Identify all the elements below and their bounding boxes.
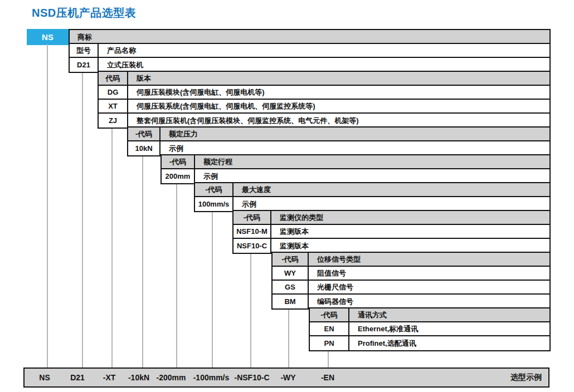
label-cell: Profinet,选配通讯 — [349, 336, 549, 350]
table-row: PN Profinet,选配通讯 — [310, 336, 549, 350]
code-cell: -代码 — [310, 308, 349, 321]
block-displacement-signal: -代码 位移信号类型 WY 阻值信号 GS 光栅尺信号 BM 编码器信号 — [271, 252, 551, 310]
block-model: 型号 产品名称 D21 立式压装机 — [69, 43, 551, 73]
label-cell: 额定压力 — [160, 128, 549, 140]
table-row: WY 阻值信号 — [273, 267, 549, 281]
label-cell: Ethernet,标准通讯 — [349, 322, 549, 335]
table-row: GS 光栅尺信号 — [273, 281, 549, 295]
table-row: 代码 版本 — [99, 72, 549, 86]
block-rated-force: -代码 额定压力 10kN 示例 — [127, 126, 551, 156]
code-cell: BM — [273, 295, 309, 308]
code-cell: 10kN — [128, 141, 160, 155]
label-cell: 立式压装机 — [99, 58, 549, 72]
example-segment: -XT — [103, 373, 116, 382]
code-cell: ZJ — [99, 114, 128, 128]
label-cell: 阻值信号 — [309, 267, 549, 280]
example-code-bar: NS D21 -XT -10kN -200mm -100mm/s -NSF10-… — [23, 367, 549, 388]
label-cell: 最大速度 — [234, 183, 549, 196]
code-cell: -代码 — [162, 155, 195, 168]
label-cell: 位移信号类型 — [309, 253, 549, 266]
table-row: -代码 监测仪的类型 — [234, 211, 549, 225]
code-cell: DG — [99, 86, 128, 99]
catalog-page: NSD压机产品选型表 NS 商标 型号 产品名称 D21 立式压装机 代码 版本… — [0, 0, 574, 392]
example-segment: -EN — [321, 373, 334, 382]
code-cell: -代码 — [234, 211, 271, 224]
table-row: -代码 位移信号类型 — [273, 253, 549, 267]
table-row: 型号 产品名称 — [70, 44, 549, 58]
code-cell: -代码 — [195, 183, 234, 196]
table-row: 200mm 示例 — [162, 169, 549, 183]
table-row: -代码 额定压力 — [128, 128, 549, 141]
label-cell: 编码器信号 — [309, 295, 549, 308]
example-segment: -NSF10-C — [234, 373, 269, 382]
code-cell: 代码 — [99, 72, 128, 85]
code-cell: PN — [310, 336, 349, 350]
label-cell: 示例 — [195, 169, 549, 183]
table-row: ZJ 整套伺服压装机(含伺服压装模块、伺服监控系统、电气元件、机架等) — [99, 114, 549, 128]
example-segment: -200mm — [157, 373, 186, 382]
connector-line-monitor — [250, 253, 251, 369]
example-segment: -100mm/s — [193, 373, 230, 382]
connector-line-ns — [47, 44, 48, 369]
connector-line-stroke — [176, 183, 177, 369]
code-cell: -代码 — [273, 253, 309, 266]
code-cell: NSF10-C — [234, 239, 271, 253]
code-cell: NSF10-M — [234, 225, 271, 238]
label-cell: 监测版本 — [271, 239, 549, 253]
label-cell: 整套伺服压装机(含伺服压装模块、伺服监控系统、电气元件、机架等) — [128, 114, 549, 128]
table-row: D21 立式压装机 — [70, 58, 549, 72]
label-cell: 版本 — [128, 72, 549, 85]
example-segment: -WY — [280, 373, 295, 382]
table-row: 100mm/s 示例 — [195, 197, 549, 211]
brand-label: 商标 — [70, 30, 549, 44]
table-row: -代码 额定行程 — [162, 155, 549, 169]
connector-line-d21 — [82, 72, 83, 369]
code-cell: 200mm — [162, 169, 195, 183]
table-row: 10kN 示例 — [128, 141, 549, 155]
block-communication: -代码 通讯方式 EN Ethernet,标准通讯 PN Profinet,选配… — [309, 307, 551, 351]
label-cell: 伺服压装系统(含伺服电缸、伺服电机、伺服监控系统等) — [128, 100, 549, 112]
label-cell: 示例 — [160, 141, 549, 155]
block-max-speed: -代码 最大速度 100mm/s 示例 — [194, 182, 551, 212]
block-version: 代码 版本 DG 伺服压装模块(含伺服电缸、伺服电机等) XT 伺服压装系统(含… — [98, 71, 551, 129]
code-cell: -代码 — [128, 128, 160, 140]
connector-line-speed — [212, 211, 213, 369]
example-segment: -10kN — [128, 373, 149, 382]
connector-line-version — [111, 128, 113, 369]
page-title: NSD压机产品选型表 — [32, 6, 136, 21]
connector-line-signal — [288, 308, 289, 369]
example-segment: NS — [39, 373, 50, 382]
table-row: XT 伺服压装系统(含伺服电缸、伺服电机、伺服监控系统等) — [99, 100, 549, 114]
label-cell: 产品名称 — [99, 44, 549, 57]
table-row: NSF10-M 监测版本 — [234, 225, 549, 239]
code-cell: GS — [273, 281, 309, 293]
table-row: -代码 通讯方式 — [310, 308, 549, 322]
code-cell: 型号 — [70, 44, 99, 57]
code-cell: XT — [99, 100, 128, 112]
label-cell: 额定行程 — [195, 155, 549, 168]
label-cell: 示例 — [234, 197, 549, 211]
table-row: -代码 最大速度 — [195, 183, 549, 197]
label-cell: 监测仪的类型 — [271, 211, 549, 224]
label-cell: 监测版本 — [271, 225, 549, 238]
example-segment: D21 — [70, 373, 85, 382]
block-monitor-type: -代码 监测仪的类型 NSF10-M 监测版本 NSF10-C 监测版本 — [232, 210, 551, 254]
block-rated-stroke: -代码 额定行程 200mm 示例 — [160, 154, 551, 184]
table-row: NSF10-C 监测版本 — [234, 239, 549, 253]
code-cell: WY — [273, 267, 309, 280]
code-cell: EN — [310, 322, 349, 335]
example-caption: 选型示例 — [510, 373, 542, 383]
code-cell: D21 — [70, 58, 99, 72]
connector-line-comm — [328, 350, 329, 369]
code-cell: 100mm/s — [195, 197, 234, 211]
label-cell: 伺服压装模块(含伺服电缸、伺服电机等) — [128, 86, 549, 99]
table-row: BM 编码器信号 — [273, 295, 549, 308]
connector-line-force — [142, 155, 143, 369]
label-cell: 光栅尺信号 — [309, 281, 549, 293]
brand-code-box: NS — [27, 29, 69, 45]
label-cell: 通讯方式 — [349, 308, 549, 321]
table-row: EN Ethernet,标准通讯 — [310, 322, 549, 336]
table-row: DG 伺服压装模块(含伺服电缸、伺服电机等) — [99, 86, 549, 100]
